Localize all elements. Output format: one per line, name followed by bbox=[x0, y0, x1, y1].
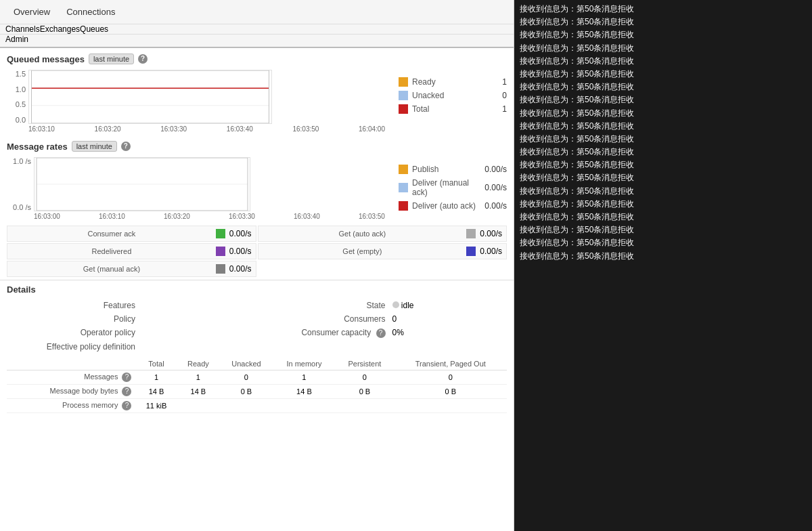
details-title: Details bbox=[7, 284, 507, 295]
log-message: 接收到信息为：第50条消息拒收 bbox=[520, 185, 807, 198]
consumer-capacity-value: 0% bbox=[392, 326, 508, 340]
svg-rect-5 bbox=[32, 70, 269, 123]
consumer-capacity-help[interactable]: ? bbox=[376, 328, 386, 338]
legend-total-label: Total bbox=[412, 104, 429, 114]
legend-ready-label: Ready bbox=[412, 77, 436, 87]
message-rates-badge[interactable]: last minute bbox=[72, 141, 117, 152]
messages-table-header: Total Ready Unacked In memory Persistent… bbox=[7, 358, 507, 370]
effective-policy-label: Effective policy definition bbox=[7, 340, 142, 354]
policy-value bbox=[142, 312, 257, 326]
queued-messages-help[interactable]: ? bbox=[138, 54, 148, 64]
log-message: 接收到信息为：第50条消息拒收 bbox=[520, 133, 807, 146]
right-panel: 接收到信息为：第50条消息拒收接收到信息为：第50条消息拒收接收到信息为：第50… bbox=[514, 0, 812, 531]
y-label-1: 1.0 bbox=[7, 85, 26, 93]
mbb-in-memory: 14 B bbox=[273, 385, 336, 399]
mbb-persistent: 0 B bbox=[335, 385, 394, 399]
legend-total-value: 1 bbox=[502, 104, 507, 114]
col-empty bbox=[7, 358, 135, 370]
pm-persistent bbox=[335, 399, 394, 413]
nav-overview[interactable]: Overview bbox=[5, 0, 58, 24]
queued-messages-badge[interactable]: last minute bbox=[89, 54, 134, 64]
messages-help[interactable]: ? bbox=[122, 373, 131, 382]
rates-x-label-3: 16:03:30 bbox=[229, 213, 255, 220]
left-panel: Overview Connections Channels Exchanges … bbox=[0, 0, 514, 531]
queued-messages-chart-wrapper: 1.5 1.0 0.5 0.0 bbox=[7, 70, 385, 124]
legend-ready: Ready 1 bbox=[399, 75, 507, 89]
redelivered-value: 0.00/s bbox=[229, 247, 252, 256]
effective-policy-value bbox=[142, 340, 257, 354]
get-empty-item: Get (empty) 0.00/s bbox=[258, 243, 508, 259]
log-message: 接收到信息为：第50条消息拒收 bbox=[520, 198, 807, 211]
messages-table: Total Ready Unacked In memory Persistent… bbox=[7, 358, 507, 413]
consumers-label: Consumers bbox=[257, 312, 392, 326]
legend-unacked-left: Unacked bbox=[399, 91, 444, 100]
message-rates-help[interactable]: ? bbox=[121, 142, 131, 151]
col-total: Total bbox=[135, 358, 177, 370]
process-memory-help[interactable]: ? bbox=[122, 401, 131, 410]
legend-unacked-color bbox=[399, 91, 408, 100]
message-rates-y-labels: 1.0 /s 0.0 /s bbox=[7, 157, 31, 211]
nav-row3: Admin bbox=[0, 35, 514, 48]
legend-ready-color bbox=[399, 77, 408, 87]
nav-row2: Channels Exchanges Queues bbox=[0, 24, 514, 35]
rates-x-label-5: 16:03:50 bbox=[359, 213, 385, 220]
messages-persistent: 0 bbox=[335, 370, 394, 385]
consumer-ack-label: Consumer ack bbox=[12, 230, 212, 238]
empty-cell-2 bbox=[392, 340, 508, 354]
legend-publish-value: 0.00/s bbox=[484, 165, 507, 174]
nav-channels[interactable]: Channels bbox=[5, 24, 40, 34]
mbb-ready: 14 B bbox=[177, 385, 219, 399]
legend-deliver-manual-left: Deliver (manual ack) bbox=[399, 178, 484, 197]
get-empty-color bbox=[466, 247, 476, 256]
queued-messages-y-labels: 1.5 1.0 0.5 0.0 bbox=[7, 70, 26, 124]
messages-ready: 1 bbox=[177, 370, 219, 385]
redelivered-color bbox=[216, 247, 225, 256]
legend-publish-color bbox=[399, 165, 408, 174]
nav-admin[interactable]: Admin bbox=[5, 35, 28, 44]
operator-policy-label: Operator policy bbox=[7, 326, 142, 340]
log-message: 接收到信息为：第50条消息拒收 bbox=[520, 211, 807, 224]
consumer-rates-left: Consumer ack 0.00/s Redelivered 0.00/s G… bbox=[7, 226, 256, 277]
get-manual-ack-value: 0.00/s bbox=[229, 264, 252, 274]
consumer-rates-grid: Consumer ack 0.00/s Redelivered 0.00/s G… bbox=[0, 223, 514, 280]
message-rates-svg bbox=[34, 157, 385, 211]
message-body-bytes-help[interactable]: ? bbox=[122, 387, 131, 396]
log-message: 接收到信息为：第50条消息拒收 bbox=[520, 158, 807, 171]
features-value bbox=[142, 299, 257, 312]
x-label-1: 16:03:20 bbox=[95, 125, 121, 133]
messages-in-memory: 1 bbox=[273, 370, 336, 385]
nav-row1: Overview Connections bbox=[0, 0, 514, 24]
get-manual-ack-color bbox=[216, 264, 225, 274]
legend-deliver-manual-color bbox=[399, 183, 408, 192]
messages-row: Messages ? 1 1 0 1 0 0 bbox=[7, 370, 507, 385]
get-manual-ack-item: Get (manual ack) 0.00/s bbox=[7, 261, 256, 277]
state-dot bbox=[392, 301, 399, 308]
message-rates-chart-area: 1.0 /s 0.0 /s 16:03:00 16:03:10 16:03:20 bbox=[7, 157, 385, 220]
legend-ready-left: Ready bbox=[399, 77, 436, 87]
log-message: 接收到信息为：第50条消息拒收 bbox=[520, 68, 807, 81]
consumer-ack-color bbox=[216, 229, 225, 238]
nav-queues[interactable]: Queues bbox=[80, 24, 108, 34]
messages-unacked: 0 bbox=[219, 370, 273, 385]
log-message: 接收到信息为：第50条消息拒收 bbox=[520, 250, 807, 263]
consumers-value: 0 bbox=[392, 312, 508, 326]
legend-publish: Publish 0.00/s bbox=[399, 163, 507, 176]
nav-connections[interactable]: Connections bbox=[58, 0, 123, 24]
nav-exchanges[interactable]: Exchanges bbox=[40, 24, 80, 34]
legend-deliver-auto-label: Deliver (auto ack) bbox=[412, 201, 476, 211]
pm-ready bbox=[177, 399, 219, 413]
log-message: 接收到信息为：第50条消息拒收 bbox=[520, 224, 807, 236]
rates-x-label-1: 16:03:10 bbox=[99, 213, 125, 220]
pm-total: 11 kiB bbox=[135, 399, 177, 413]
mbb-transient: 0 B bbox=[394, 385, 507, 399]
consumer-rates-right: Get (auto ack) 0.00/s Get (empty) 0.00/s bbox=[258, 226, 508, 277]
message-rates-legend: Publish 0.00/s Deliver (manual ack) 0.00… bbox=[399, 157, 507, 220]
legend-publish-label: Publish bbox=[412, 165, 438, 174]
messages-label: Messages ? bbox=[7, 370, 135, 385]
col-transient: Transient, Paged Out bbox=[394, 358, 507, 370]
mbb-total: 14 B bbox=[135, 385, 177, 399]
rates-x-label-0: 16:03:00 bbox=[34, 213, 60, 220]
pm-transient bbox=[394, 399, 507, 413]
details-section: Details Features State idle Policy Consu… bbox=[0, 280, 514, 417]
consumer-capacity-label: Consumer capacity ? bbox=[257, 326, 392, 340]
